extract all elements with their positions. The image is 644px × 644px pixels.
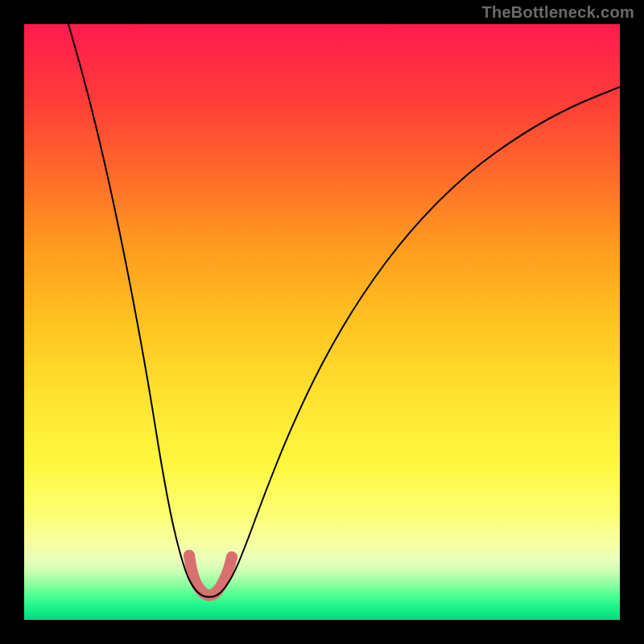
plot-area bbox=[24, 24, 620, 620]
watermark-text: TheBottleneck.com bbox=[481, 3, 634, 22]
optimal-endpoint-right bbox=[226, 551, 237, 563]
curve-svg bbox=[24, 24, 620, 620]
optimal-endpoint-left bbox=[184, 550, 195, 561]
chart-frame: TheBottleneck.com bbox=[0, 0, 644, 644]
bottleneck-curve-path bbox=[68, 24, 620, 597]
